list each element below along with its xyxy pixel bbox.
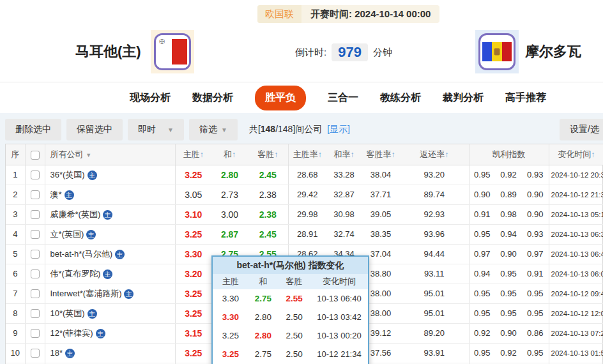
draw-odds[interactable]: 2.87 bbox=[211, 224, 248, 244]
home-odds[interactable]: 3.30 bbox=[175, 244, 211, 264]
col-draw-rate-label: 和率 bbox=[334, 149, 351, 159]
home-odds[interactable]: 3.25 bbox=[175, 224, 211, 244]
table-row: 4 立*(英国)主 3.25 2.87 2.45 28.91 32.74 38.… bbox=[6, 224, 603, 244]
row-select-cell[interactable] bbox=[25, 264, 45, 284]
row-checkbox[interactable] bbox=[31, 289, 40, 298]
col-change-time[interactable]: 变化时间↑ bbox=[549, 144, 603, 165]
show-link[interactable]: [显示] bbox=[327, 124, 350, 134]
tab-referee-analysis[interactable]: 裁判分析 bbox=[443, 91, 484, 105]
tab-live-analysis[interactable]: 现场分析 bbox=[130, 91, 171, 105]
draw-rate: 32.74 bbox=[326, 224, 362, 244]
company-cell: Interwet*(塞浦路斯)主 bbox=[45, 284, 175, 303]
home-odds[interactable]: 3.15 bbox=[175, 323, 211, 343]
row-select-cell[interactable] bbox=[25, 244, 45, 264]
row-checkbox[interactable] bbox=[31, 329, 40, 338]
away-odds[interactable]: 2.38 bbox=[248, 185, 288, 204]
settings-button[interactable]: 设置/选 bbox=[560, 119, 603, 140]
row-seq: 8 bbox=[6, 303, 25, 323]
home-odds[interactable]: 3.25 bbox=[175, 284, 211, 303]
row-checkbox[interactable] bbox=[31, 230, 40, 239]
home-rate: 28.91 bbox=[288, 224, 326, 244]
tab-win-draw-lose[interactable]: 胜平负 bbox=[255, 86, 306, 110]
odds-mode-dropdown[interactable]: 即时 ▼ bbox=[128, 119, 184, 140]
return-rate: 92.93 bbox=[400, 204, 469, 224]
home-odds[interactable]: 3.25 bbox=[175, 165, 211, 185]
draw-odds[interactable]: 2.73 bbox=[211, 185, 248, 204]
row-checkbox[interactable] bbox=[31, 210, 40, 219]
row-select-cell[interactable] bbox=[25, 303, 45, 323]
home-badge-icon: 主 bbox=[65, 349, 75, 358]
away-rate: 39.05 bbox=[362, 204, 400, 224]
away-odds[interactable]: 2.45 bbox=[248, 224, 288, 244]
draw-odds[interactable]: 2.80 bbox=[211, 165, 248, 185]
popup-header-row: 主胜 和 客胜 变化时间 bbox=[213, 274, 368, 289]
company-cell: 威廉希*(英国)主 bbox=[45, 204, 175, 224]
company-cell: 18*主 bbox=[45, 343, 175, 363]
row-select-cell[interactable] bbox=[25, 224, 45, 244]
col-away-rate[interactable]: 客胜率↑ bbox=[362, 144, 400, 165]
row-checkbox[interactable] bbox=[31, 349, 40, 358]
col-draw-odds[interactable]: 和↑ bbox=[211, 144, 248, 165]
popup-home-odds: 3.25 bbox=[213, 331, 248, 340]
col-home-odds[interactable]: 主胜↑ bbox=[175, 144, 211, 165]
row-seq: 5 bbox=[6, 244, 25, 264]
popup-home-odds: 3.30 bbox=[213, 294, 248, 303]
kelly-away: 0.90 bbox=[522, 185, 549, 204]
popup-away-odds: 2.50 bbox=[278, 349, 310, 359]
league-badge: 欧国联 bbox=[257, 5, 302, 23]
kelly-home: 0.97 bbox=[469, 244, 495, 264]
away-odds[interactable]: 2.45 bbox=[248, 165, 288, 185]
popup-row: 3.30 2.80 2.50 10-13 03:42 bbox=[213, 308, 368, 326]
away-odds[interactable]: 2.38 bbox=[248, 204, 288, 224]
row-checkbox[interactable] bbox=[31, 250, 40, 259]
row-select-cell[interactable] bbox=[25, 185, 45, 204]
home-odds[interactable]: 3.05 bbox=[175, 185, 211, 204]
odds-change-popup: bet-at-h*(马尔他) 指数变化 主胜 和 客胜 变化时间 3.30 2.… bbox=[211, 255, 369, 364]
kelly-home: 0.92 bbox=[469, 323, 495, 343]
row-select-cell[interactable] bbox=[25, 323, 45, 343]
change-time: 2024-10-13 06:03 bbox=[549, 264, 603, 284]
kickoff-bar: 欧国联 开赛时间: 2024-10-14 00:00 bbox=[257, 5, 439, 23]
row-checkbox[interactable] bbox=[31, 190, 40, 199]
select-all-cell[interactable] bbox=[25, 144, 45, 165]
col-draw-rate[interactable]: 和率↑ bbox=[326, 144, 362, 165]
row-checkbox[interactable] bbox=[31, 171, 40, 179]
home-odds[interactable]: 3.20 bbox=[175, 264, 211, 284]
col-away-odds[interactable]: 客胜↑ bbox=[248, 144, 288, 165]
home-odds[interactable]: 3.25 bbox=[175, 303, 211, 323]
col-kelly: 凯利指数 bbox=[469, 144, 549, 165]
countdown: 倒计时: 979 分钟 bbox=[295, 43, 392, 61]
row-checkbox[interactable] bbox=[31, 269, 40, 278]
company-name: 18* bbox=[50, 348, 63, 358]
tab-three-in-one[interactable]: 三合一 bbox=[328, 91, 358, 105]
tab-expert-picks[interactable]: 高手推荐 bbox=[505, 91, 546, 105]
row-select-cell[interactable] bbox=[25, 284, 45, 303]
delete-selected-button[interactable]: 删除选中 bbox=[5, 119, 61, 140]
tab-coach-analysis[interactable]: 教练分析 bbox=[380, 91, 421, 105]
away-rate: 37.71 bbox=[362, 185, 400, 204]
home-odds[interactable]: 3.10 bbox=[175, 204, 211, 224]
keep-selected-button[interactable]: 保留选中 bbox=[66, 119, 123, 140]
row-select-cell[interactable] bbox=[25, 165, 45, 185]
draw-odds[interactable]: 3.00 bbox=[211, 204, 248, 224]
row-select-cell[interactable] bbox=[25, 204, 45, 224]
kelly-away: 0.95 bbox=[522, 343, 549, 363]
row-seq: 7 bbox=[6, 284, 25, 303]
home-odds[interactable]: 3.25 bbox=[175, 343, 211, 363]
row-checkbox[interactable] bbox=[31, 309, 40, 318]
tab-data-analysis[interactable]: 数据分析 bbox=[192, 91, 233, 105]
home-badge-icon: 主 bbox=[96, 329, 105, 338]
kelly-away: 0.90 bbox=[522, 204, 549, 224]
sort-asc-icon: ↑ bbox=[274, 150, 278, 159]
col-return-rate[interactable]: 返还率↑ bbox=[400, 144, 469, 165]
col-home-rate[interactable]: 主胜率↑ bbox=[288, 144, 326, 165]
home-rate: 28.68 bbox=[288, 165, 326, 185]
row-select-cell[interactable] bbox=[25, 343, 45, 363]
home-badge-icon: 主 bbox=[103, 210, 112, 220]
analysis-nav: 现场分析 数据分析 胜平负 三合一 教练分析 裁判分析 高手推荐 bbox=[0, 82, 603, 113]
col-company[interactable]: 所有公司 ▼ bbox=[45, 144, 175, 165]
kelly-away: 0.95 bbox=[522, 303, 549, 323]
kelly-home: 0.91 bbox=[469, 204, 495, 224]
select-all-checkbox[interactable] bbox=[31, 151, 40, 160]
filter-dropdown[interactable]: 筛选 ▼ bbox=[189, 119, 238, 140]
